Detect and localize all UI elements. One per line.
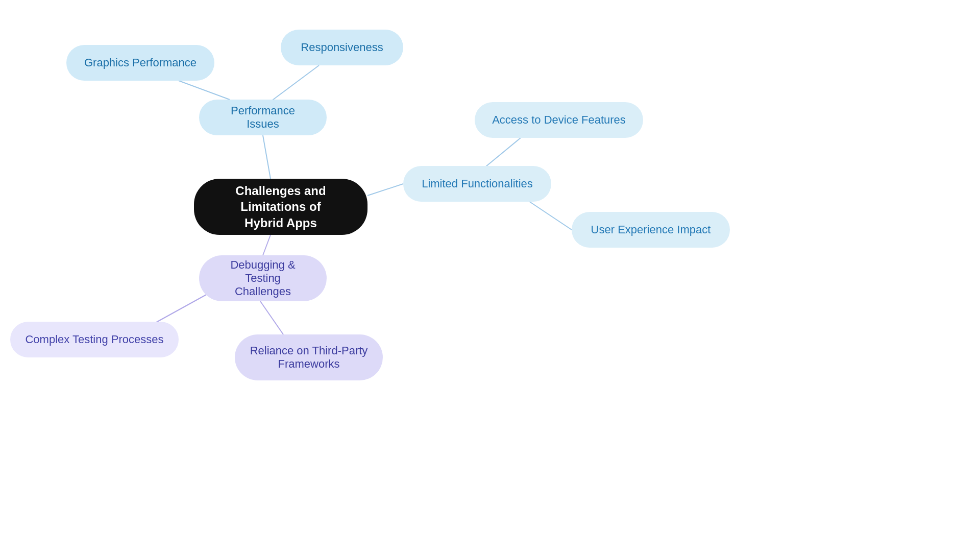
debugging-testing-node: Debugging & Testing Challenges: [199, 255, 327, 301]
svg-line-8: [260, 301, 283, 334]
access-device-features-node: Access to Device Features: [475, 102, 643, 138]
responsiveness-node: Responsiveness: [281, 30, 403, 65]
access-device-label: Access to Device Features: [492, 113, 626, 127]
limited-functionalities-node: Limited Functionalities: [403, 166, 551, 202]
svg-line-3: [368, 184, 403, 196]
center-label: Challenges and Limitations of Hybrid App…: [208, 183, 353, 231]
connections-svg: [0, 0, 980, 553]
svg-line-0: [263, 135, 271, 179]
svg-line-6: [263, 235, 271, 255]
center-node: Challenges and Limitations of Hybrid App…: [194, 179, 368, 235]
responsiveness-label: Responsiveness: [301, 41, 383, 54]
graphics-performance-label: Graphics Performance: [84, 56, 197, 69]
debugging-label: Debugging & Testing Challenges: [213, 258, 312, 298]
reliance-third-party-label: Reliance on Third-Party Frameworks: [250, 344, 368, 371]
user-experience-node: User Experience Impact: [572, 212, 730, 248]
user-experience-label: User Experience Impact: [591, 223, 711, 236]
performance-issues-label: Performance Issues: [213, 104, 312, 131]
reliance-third-party-node: Reliance on Third-Party Frameworks: [235, 334, 383, 380]
graphics-performance-node: Graphics Performance: [66, 45, 214, 81]
svg-line-1: [179, 81, 230, 100]
complex-testing-label: Complex Testing Processes: [25, 333, 163, 346]
performance-issues-node: Performance Issues: [199, 100, 327, 135]
complex-testing-node: Complex Testing Processes: [10, 322, 179, 357]
limited-functionalities-label: Limited Functionalities: [422, 177, 533, 190]
